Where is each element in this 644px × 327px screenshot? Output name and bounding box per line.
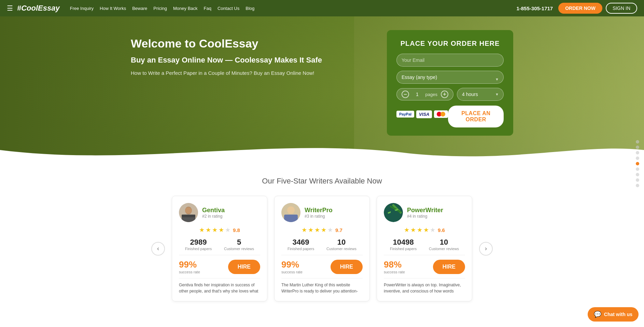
writer-bottom-writerpro: 99% success rate HIRE — [281, 259, 363, 274]
side-dots — [636, 140, 639, 187]
pages-label: pages — [425, 92, 437, 97]
pages-value: 1 — [412, 92, 422, 97]
hours-select[interactable]: 3 hours 4 hours 6 hours 8 hours 12 hours… — [457, 88, 504, 101]
payment-icons: PayPal VISA — [396, 110, 448, 118]
writers-section: Our Five-Star Writers Available Now ‹ — [0, 163, 644, 308]
pages-decrement-button[interactable]: − — [402, 91, 409, 98]
writer-stats-writerpro: 3469 Finished papers 10 Customer reviews — [281, 238, 363, 255]
side-dot-1[interactable] — [636, 140, 639, 144]
nav-free-inquiry[interactable]: Free Inquiry — [70, 6, 94, 11]
writer-name-writerpro: WriterPro — [305, 207, 333, 214]
hero-description: How to Write a Perfect Paper in a Couple… — [131, 70, 366, 76]
chat-widget[interactable]: 💬 Chat with us — [588, 307, 639, 308]
nav-contact-us[interactable]: Contact Us — [218, 6, 239, 11]
hire-writerpro-button[interactable]: HIRE — [331, 260, 363, 274]
order-form: PLACE YOUR ORDER HERE Essay (any type) R… — [387, 30, 513, 136]
svg-rect-5 — [182, 215, 195, 217]
nav-blog[interactable]: Blog — [246, 6, 254, 11]
side-dot-4[interactable] — [636, 156, 639, 160]
visa-icon: VISA — [416, 110, 432, 118]
paypal-icon: PayPal — [396, 111, 414, 118]
writer-bottom-powerwriter: 98% success rate HIRE — [384, 259, 465, 274]
writers-cards: Gentiva #2 in rating ★ ★ ★ ★ ★ 9.8 2989 … — [165, 196, 479, 301]
order-form-title: PLACE YOUR ORDER HERE — [396, 40, 504, 47]
side-dot-8[interactable] — [636, 178, 639, 182]
mastercard-icon — [434, 110, 448, 118]
writer-avatar-writerpro — [281, 203, 300, 222]
svg-point-14 — [391, 210, 396, 215]
header: ☰ #CoolEssay Free Inquiry How It Works B… — [0, 0, 644, 16]
writer-avatar-powerwriter — [384, 203, 403, 222]
side-dot-6[interactable] — [636, 167, 639, 171]
side-dot-9[interactable] — [636, 184, 639, 187]
writer-rank-writerpro: #3 in rating — [305, 214, 333, 219]
nav-pricing[interactable]: Pricing — [153, 6, 167, 11]
writer-desc-writerpro: The Martin Luther King of this website W… — [281, 278, 363, 294]
writer-stats-gentiva: 2989 Finished papers 5 Customer reviews — [179, 238, 260, 255]
carousel-prev-button[interactable]: ‹ — [151, 242, 165, 256]
main-nav: Free Inquiry How It Works Beware Pricing… — [70, 6, 517, 11]
essay-type-select[interactable]: Essay (any type) Research Paper Term Pap… — [396, 71, 504, 84]
nav-money-back[interactable]: Money Back — [173, 6, 198, 11]
writer-bottom-gentiva: 99% success rate HIRE — [179, 259, 260, 274]
writer-card-powerwriter: PowerWriter #4 in rating ★ ★ ★ ★ ★ 9.6 1… — [377, 196, 472, 301]
svg-rect-9 — [284, 215, 298, 222]
writers-carousel: ‹ Gentiva — [7, 196, 637, 301]
writer-stars-powerwriter: ★ ★ ★ ★ ★ 9.6 — [384, 226, 465, 234]
order-now-button[interactable]: ORDER NOW — [558, 3, 602, 14]
svg-point-7 — [287, 206, 295, 214]
writer-name-powerwriter: PowerWriter — [407, 207, 443, 214]
pages-control: − 1 pages + — [396, 88, 453, 100]
nav-beware[interactable]: Beware — [132, 6, 147, 11]
hero-section: Welcome to CoolEssay Buy an Essay Online… — [0, 16, 644, 163]
hero-subtitle: Buy an Essay Online Now — Coolessay Make… — [131, 56, 366, 65]
writers-title: Our Five-Star Writers Available Now — [7, 177, 637, 186]
writer-desc-powerwriter: PowerWriter is always on top. Imaginativ… — [384, 278, 465, 294]
hamburger-icon[interactable]: ☰ — [7, 4, 13, 12]
side-dot-3[interactable] — [636, 151, 639, 154]
writer-stats-powerwriter: 10498 Finished papers 10 Customer review… — [384, 238, 465, 255]
nav-how-it-works[interactable]: How It Works — [100, 6, 126, 11]
writer-name-gentiva: Gentiva — [202, 207, 225, 214]
writer-desc-gentiva: Gentiva finds her inspiration in success… — [179, 278, 260, 294]
place-order-button[interactable]: PLACE AN ORDER — [448, 106, 504, 127]
side-dot-7[interactable] — [636, 173, 639, 176]
writer-avatar-gentiva — [179, 203, 198, 222]
hire-powerwriter-button[interactable]: HIRE — [433, 260, 465, 274]
side-dot-2[interactable] — [636, 146, 639, 149]
writer-rank-powerwriter: #4 in rating — [407, 214, 443, 219]
pages-increment-button[interactable]: + — [441, 91, 448, 98]
side-dot-5[interactable] — [636, 162, 639, 165]
writer-card-gentiva: Gentiva #2 in rating ★ ★ ★ ★ ★ 9.8 2989 … — [172, 196, 267, 301]
sign-in-button[interactable]: SIGN IN — [606, 3, 637, 14]
writer-stars-gentiva: ★ ★ ★ ★ ★ 9.8 — [179, 226, 260, 234]
writer-rank-gentiva: #2 in rating — [202, 214, 225, 219]
hero-text: Welcome to CoolEssay Buy an Essay Online… — [131, 30, 366, 76]
carousel-next-button[interactable]: › — [479, 242, 493, 256]
nav-faq[interactable]: Faq — [204, 6, 211, 11]
writer-card-writerpro: WriterPro #3 in rating ★ ★ ★ ★ ★ 9.7 346… — [274, 196, 370, 301]
phone-number: 1-855-305-1717 — [516, 5, 553, 11]
hire-gentiva-button[interactable]: HIRE — [228, 260, 260, 274]
email-input[interactable] — [396, 54, 504, 67]
logo[interactable]: #CoolEssay — [17, 4, 60, 13]
writer-stars-writerpro: ★ ★ ★ ★ ★ 9.7 — [281, 226, 363, 234]
svg-point-3 — [185, 207, 192, 214]
hero-title: Welcome to CoolEssay — [131, 37, 366, 50]
